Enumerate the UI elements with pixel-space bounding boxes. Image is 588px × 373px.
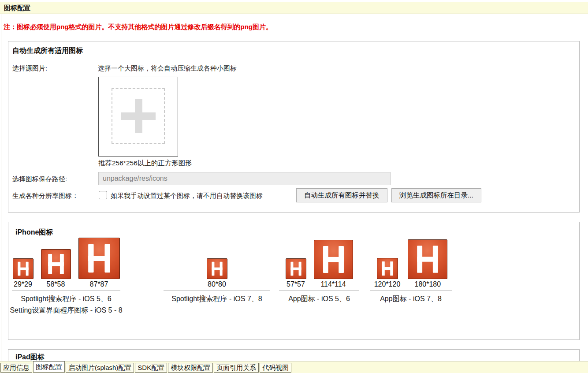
iphone-icons-section: iPhone图标 29*2958*5887*87Spotlight搜索程序 - … <box>8 222 580 340</box>
iphone-icon-groups: 29*2958*5887*87Spotlight搜索程序 - iOS 5、6Se… <box>12 243 577 314</box>
save-path-label: 选择图标保存路径: <box>12 175 67 183</box>
window-frame-line <box>1 2 1 373</box>
icon-cell: 114*114 <box>314 240 353 288</box>
hbuilder-h-glyph <box>41 250 71 279</box>
iphone-section-title: iPhone图标 <box>15 228 53 237</box>
bottom-tab-应用信息[interactable]: 应用信息 <box>0 363 32 373</box>
icon-size-label: 180*180 <box>415 280 441 288</box>
manifest-icon-config-page: 图标配置 注：图标必须使用png格式的图片。不支持其他格式的图片通过修改后缀名得… <box>0 0 588 373</box>
group-divider <box>370 291 452 291</box>
app-icon-preview[interactable] <box>377 258 398 279</box>
icon-size-label: 87*87 <box>90 280 108 288</box>
icons-row: 120*120180*180 <box>374 243 448 288</box>
icon-size-label: 58*58 <box>47 280 65 288</box>
app-icon-preview[interactable] <box>286 258 306 279</box>
bottom-tab-图标配置[interactable]: 图标配置 <box>33 361 65 373</box>
icon-size-label: 114*114 <box>320 280 346 288</box>
icon-usage-caption: Spotlight搜索程序 - iOS 5、6 <box>21 295 111 303</box>
icon-size-label: 120*120 <box>374 280 401 288</box>
editor-bottom-tab-bar: 应用信息图标配置启动图片(splash)配置SDK配置模块权限配置页面引用关系代… <box>0 361 588 373</box>
group-divider <box>164 291 270 291</box>
no-replace-checkbox[interactable] <box>99 191 107 199</box>
recommend-size-hint: 推荐256*256以上的正方形图形 <box>98 159 192 168</box>
icon-usage-caption: App图标 - iOS 5、6 <box>288 295 350 303</box>
browse-icons-dir-button[interactable]: 浏览生成图标所在目录... <box>391 188 481 202</box>
no-replace-checkbox-label: 如果我手动设置过某个图标，请不用自动替换该图标 <box>111 192 263 200</box>
png-format-warning: 注：图标必须使用png格式的图片。不支持其他格式的图片通过修改后缀名得到的png… <box>4 23 584 31</box>
auto-generate-section-title: 自动生成所有适用图标 <box>12 46 83 56</box>
app-icon-preview[interactable] <box>408 239 447 279</box>
icon-cell: 29*29 <box>13 258 33 288</box>
icon-cell: 58*58 <box>41 249 71 288</box>
source-image-picker[interactable] <box>98 77 178 157</box>
icon-cell: 80*80 <box>207 258 227 288</box>
group-divider <box>12 291 120 291</box>
icon-size-label: 29*29 <box>14 280 32 288</box>
icon-size-group: 120*120180*180App图标 - iOS 7、8 <box>370 243 452 303</box>
icons-row: 57*57114*114 <box>286 243 353 288</box>
plus-icon <box>121 99 156 133</box>
source-image-label: 选择源图片: <box>12 64 47 73</box>
bottom-tab-页面引用关系[interactable]: 页面引用关系 <box>214 363 259 373</box>
app-icon-preview[interactable] <box>314 240 353 279</box>
upload-dropzone[interactable] <box>112 88 165 144</box>
icon-usage-caption: Setting设置界面程序图标 - iOS 5 - 8 <box>10 306 122 314</box>
icons-row: 29*2958*5887*87 <box>13 243 120 288</box>
auto-generate-section: 自动生成所有适用图标 选择源图片: 选择一个大图标，将会自动压缩生成各种小图标 … <box>8 41 580 213</box>
bottom-tab-模块权限配置[interactable]: 模块权限配置 <box>168 363 213 373</box>
icon-usage-caption: App图标 - iOS 7、8 <box>380 295 442 303</box>
icon-size-label: 80*80 <box>208 280 226 288</box>
icon-cell: 87*87 <box>78 238 120 288</box>
icon-size-group: 57*57114*114App图标 - iOS 5、6 <box>279 243 359 303</box>
save-path-input[interactable] <box>98 172 391 185</box>
group-divider <box>279 291 359 291</box>
hbuilder-h-glyph <box>13 259 33 279</box>
bottom-tab-代码视图[interactable]: 代码视图 <box>260 363 291 373</box>
icons-row: 80*80 <box>207 243 227 288</box>
icon-usage-caption: Spotlight搜索程序 - iOS 7、8 <box>171 295 262 303</box>
icon-cell: 57*57 <box>286 258 306 288</box>
hbuilder-h-glyph <box>79 238 119 279</box>
bottom-tab-SDK配置[interactable]: SDK配置 <box>135 363 167 373</box>
app-icon-preview[interactable] <box>207 258 227 279</box>
hbuilder-h-glyph <box>377 258 398 279</box>
generate-all-icons-button[interactable]: 自动生成所有图标并替换 <box>296 188 387 202</box>
hbuilder-h-glyph <box>286 259 306 279</box>
page-title: 图标配置 <box>4 4 30 11</box>
page-title-bar: 图标配置 <box>0 2 588 14</box>
icon-size-label: 57*57 <box>287 280 305 288</box>
hbuilder-h-glyph <box>207 259 227 279</box>
source-image-hint: 选择一个大图标，将会自动压缩生成各种小图标 <box>98 64 237 73</box>
icon-cell: 180*180 <box>408 239 447 288</box>
icon-size-group: 29*2958*5887*87Spotlight搜索程序 - iOS 5、6Se… <box>12 243 120 314</box>
icon-cell: 120*120 <box>374 258 401 288</box>
hbuilder-h-glyph <box>314 240 353 279</box>
app-icon-preview[interactable] <box>41 249 71 279</box>
icon-size-group: 80*80Spotlight搜索程序 - iOS 7、8 <box>164 243 270 303</box>
hbuilder-h-glyph <box>408 240 447 279</box>
resolution-label: 生成各种分辨率图标： <box>12 192 78 200</box>
ipad-section-title: iPad图标 <box>15 353 45 362</box>
app-icon-preview[interactable] <box>78 238 120 279</box>
app-icon-preview[interactable] <box>13 258 33 279</box>
bottom-tab-启动图片(splash)配置[interactable]: 启动图片(splash)配置 <box>66 363 134 373</box>
